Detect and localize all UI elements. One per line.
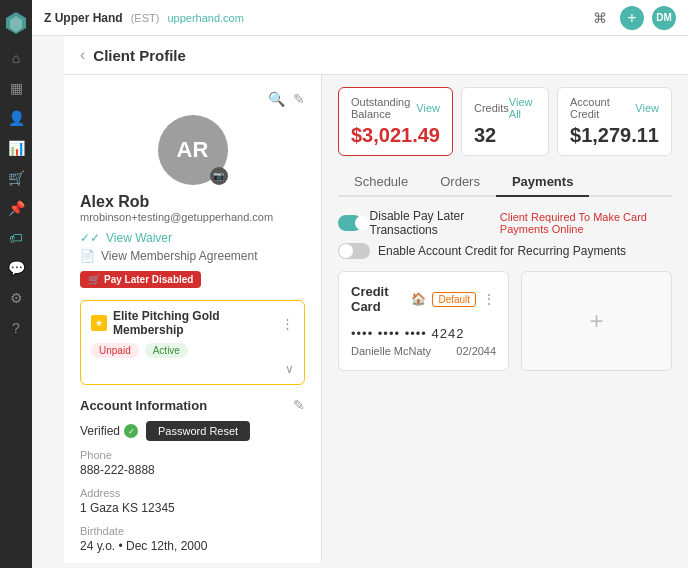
cc-title: Credit Card bbox=[351, 284, 411, 314]
membership-expand-icon[interactable]: ∨ bbox=[91, 362, 294, 376]
sidebar-logo bbox=[2, 8, 30, 36]
home-icon: 🏠 bbox=[411, 292, 426, 306]
search-profile-icon[interactable]: 🔍 bbox=[268, 91, 285, 107]
add-card-plus-icon: + bbox=[590, 307, 604, 335]
phone-value: 888-222-8888 bbox=[80, 463, 305, 477]
verified-row: Verified ✓ Password Reset bbox=[80, 421, 305, 441]
profile-top-actions: 🔍 ✎ bbox=[80, 91, 305, 107]
cc-expiry: 02/2044 bbox=[456, 345, 496, 357]
add-button[interactable]: + bbox=[620, 6, 644, 30]
credits-card: Credits View All 32 bbox=[461, 87, 549, 156]
account-info-title: Account Information bbox=[80, 398, 207, 413]
account-credit-toggle[interactable] bbox=[338, 243, 370, 259]
app-name: Z Upper Hand bbox=[44, 11, 123, 25]
cc-number: •••• •••• •••• 4242 bbox=[351, 326, 496, 341]
app-url: upperhand.com bbox=[167, 12, 243, 24]
credit-card-item: Credit Card 🏠 Default ⋮ •••• •••• •••• 4… bbox=[338, 271, 509, 371]
membership-name: Elite Pitching Gold Membership bbox=[113, 309, 275, 337]
pay-later-warning: Client Required To Make Card Payments On… bbox=[500, 211, 672, 235]
profile-name: Alex Rob bbox=[80, 193, 305, 211]
tabs: Schedule Orders Payments bbox=[338, 168, 672, 197]
account-info-edit-icon[interactable]: ✎ bbox=[293, 397, 305, 413]
birthdate-field: Birthdate 24 y.o. • Dec 12th, 2000 bbox=[80, 525, 305, 553]
birthdate-label: Birthdate bbox=[80, 525, 305, 537]
outstanding-label: Outstanding Balance bbox=[351, 96, 416, 120]
password-reset-button[interactable]: Password Reset bbox=[146, 421, 250, 441]
page-header: ‹ Client Profile bbox=[64, 36, 688, 75]
membership-icon: ★ bbox=[91, 315, 107, 331]
account-credit-value: $1,279.11 bbox=[570, 124, 659, 147]
pay-later-badge: 🛒 Pay Later Disabled bbox=[80, 271, 201, 288]
camera-icon[interactable]: 📷 bbox=[210, 167, 228, 185]
outstanding-value: $3,021.49 bbox=[351, 124, 440, 147]
account-credit-recurring-row: Enable Account Credit for Recurring Paym… bbox=[338, 243, 672, 259]
content-area: 🔍 ✎ AR 📷 Alex Rob mrobinson+testing@getu… bbox=[64, 75, 688, 563]
credits-value: 32 bbox=[474, 124, 536, 147]
profile-email: mrobinson+testing@getupperhand.com bbox=[80, 211, 305, 223]
sidebar-icon-home[interactable]: ⌂ bbox=[4, 46, 28, 70]
stats-row: Outstanding Balance View $3,021.49 Credi… bbox=[338, 87, 672, 156]
disable-pay-later-row: Disable Pay Later Transactions Client Re… bbox=[338, 209, 672, 237]
disable-pay-later-label: Disable Pay Later Transactions bbox=[370, 209, 492, 237]
sidebar-icon-calendar[interactable]: ▦ bbox=[4, 76, 28, 100]
disable-pay-later-toggle[interactable] bbox=[338, 215, 362, 231]
view-membership-link[interactable]: 📄 View Membership Agreement bbox=[80, 249, 305, 263]
right-panel: Outstanding Balance View $3,021.49 Credi… bbox=[322, 75, 688, 563]
sidebar-icon-tag[interactable]: 🏷 bbox=[4, 226, 28, 250]
view-membership-label: View Membership Agreement bbox=[101, 249, 258, 263]
avatar: AR 📷 bbox=[158, 115, 228, 185]
address-field: Address 1 Gaza KS 12345 bbox=[80, 487, 305, 515]
tab-schedule[interactable]: Schedule bbox=[338, 168, 424, 197]
view-waiver-label: View Waiver bbox=[106, 231, 172, 245]
left-panel: 🔍 ✎ AR 📷 Alex Rob mrobinson+testing@getu… bbox=[64, 75, 322, 563]
unpaid-badge: Unpaid bbox=[91, 343, 139, 358]
tab-payments[interactable]: Payments bbox=[496, 168, 589, 197]
birthdate-value: 24 y.o. • Dec 12th, 2000 bbox=[80, 539, 305, 553]
tab-orders[interactable]: Orders bbox=[424, 168, 496, 197]
sidebar-icon-pin[interactable]: 📌 bbox=[4, 196, 28, 220]
toggle-knob-2 bbox=[339, 244, 353, 258]
user-avatar[interactable]: DM bbox=[652, 6, 676, 30]
cc-menu-icon[interactable]: ⋮ bbox=[482, 291, 496, 307]
sidebar-icon-chart[interactable]: 📊 bbox=[4, 136, 28, 160]
outstanding-balance-card: Outstanding Balance View $3,021.49 bbox=[338, 87, 453, 156]
membership-card: ★ Elite Pitching Gold Membership ⋮ Unpai… bbox=[80, 300, 305, 385]
active-badge: Active bbox=[145, 343, 188, 358]
phone-label: Phone bbox=[80, 449, 305, 461]
membership-menu-icon[interactable]: ⋮ bbox=[281, 316, 294, 331]
credits-card-top: Credits View All bbox=[474, 96, 536, 120]
sidebar-icon-settings[interactable]: ⚙ bbox=[4, 286, 28, 310]
sidebar-icon-chat[interactable]: 💬 bbox=[4, 256, 28, 280]
sidebar: ⌂ ▦ 👤 📊 🛒 📌 🏷 💬 ⚙ ? bbox=[0, 0, 32, 568]
account-info-header: Account Information ✎ bbox=[80, 397, 305, 413]
page-title: Client Profile bbox=[93, 47, 186, 64]
verified-label: Verified ✓ bbox=[80, 424, 138, 438]
sidebar-icon-help[interactable]: ? bbox=[4, 316, 28, 340]
cart-icon: 🛒 bbox=[88, 274, 100, 285]
waiver-icon: ✓✓ bbox=[80, 231, 100, 245]
account-credit-card-top: Account Credit View bbox=[570, 96, 659, 120]
membership-badges: Unpaid Active bbox=[91, 343, 294, 358]
sidebar-icon-cart[interactable]: 🛒 bbox=[4, 166, 28, 190]
avatar-initials: AR bbox=[177, 137, 209, 163]
cc-cardholder: Danielle McNaty bbox=[351, 345, 431, 357]
payment-cards-area: Credit Card 🏠 Default ⋮ •••• •••• •••• 4… bbox=[338, 271, 672, 371]
toggle-knob bbox=[355, 216, 369, 230]
verified-checkmark: ✓ bbox=[124, 424, 138, 438]
address-value: 1 Gaza KS 12345 bbox=[80, 501, 305, 515]
account-credit-recurring-label: Enable Account Credit for Recurring Paym… bbox=[378, 244, 626, 258]
outstanding-view-link[interactable]: View bbox=[416, 102, 440, 114]
outstanding-card-top: Outstanding Balance View bbox=[351, 96, 440, 120]
account-credit-view-link[interactable]: View bbox=[635, 102, 659, 114]
main-content: ‹ Client Profile 🔍 ✎ AR 📷 Alex Rob mrobi… bbox=[64, 36, 688, 568]
add-card-button[interactable]: + bbox=[521, 271, 672, 371]
keyboard-shortcut-icon[interactable]: ⌘ bbox=[588, 6, 612, 30]
credits-view-link[interactable]: View All bbox=[509, 96, 536, 120]
pay-later-label: Pay Later Disabled bbox=[104, 274, 193, 285]
sidebar-icon-users[interactable]: 👤 bbox=[4, 106, 28, 130]
edit-profile-icon[interactable]: ✎ bbox=[293, 91, 305, 107]
cc-header: Credit Card 🏠 Default ⋮ bbox=[351, 284, 496, 314]
view-waiver-link[interactable]: ✓✓ View Waiver bbox=[80, 231, 305, 245]
back-button[interactable]: ‹ bbox=[80, 46, 85, 64]
cc-name-row: Danielle McNaty 02/2044 bbox=[351, 345, 496, 357]
